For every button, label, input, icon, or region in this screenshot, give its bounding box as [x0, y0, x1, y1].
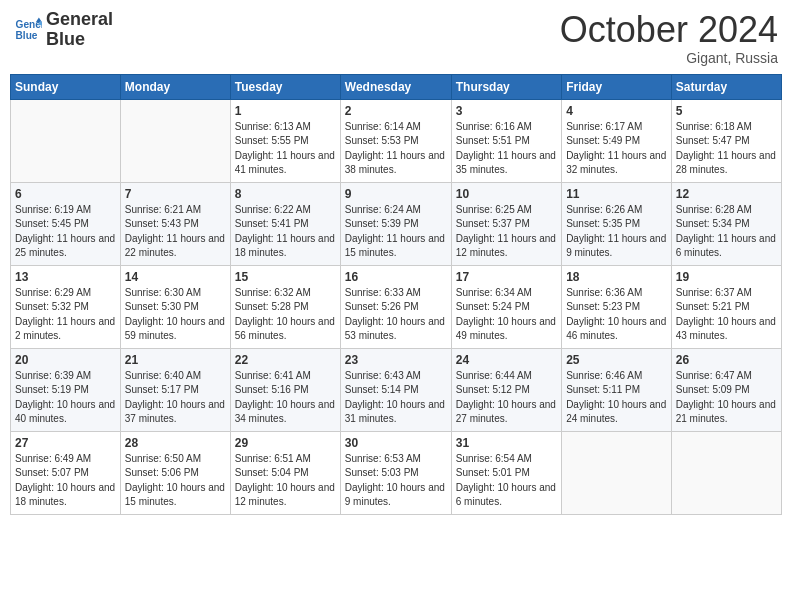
day-number: 20: [15, 353, 116, 367]
day-info: Sunrise: 6:50 AM Sunset: 5:06 PM Dayligh…: [125, 452, 226, 510]
day-number: 7: [125, 187, 226, 201]
calendar-cell: 2Sunrise: 6:14 AM Sunset: 5:53 PM Daylig…: [340, 99, 451, 182]
header-friday: Friday: [562, 74, 672, 99]
calendar-week-row: 13Sunrise: 6:29 AM Sunset: 5:32 PM Dayli…: [11, 265, 782, 348]
day-info: Sunrise: 6:19 AM Sunset: 5:45 PM Dayligh…: [15, 203, 116, 261]
calendar-cell: 28Sunrise: 6:50 AM Sunset: 5:06 PM Dayli…: [120, 431, 230, 514]
location: Gigant, Russia: [560, 50, 778, 66]
day-info: Sunrise: 6:43 AM Sunset: 5:14 PM Dayligh…: [345, 369, 447, 427]
day-number: 4: [566, 104, 667, 118]
day-info: Sunrise: 6:22 AM Sunset: 5:41 PM Dayligh…: [235, 203, 336, 261]
day-number: 16: [345, 270, 447, 284]
day-number: 17: [456, 270, 557, 284]
day-number: 28: [125, 436, 226, 450]
day-info: Sunrise: 6:36 AM Sunset: 5:23 PM Dayligh…: [566, 286, 667, 344]
calendar-cell: 20Sunrise: 6:39 AM Sunset: 5:19 PM Dayli…: [11, 348, 121, 431]
calendar-cell: 3Sunrise: 6:16 AM Sunset: 5:51 PM Daylig…: [451, 99, 561, 182]
calendar-header-row: SundayMondayTuesdayWednesdayThursdayFrid…: [11, 74, 782, 99]
day-info: Sunrise: 6:44 AM Sunset: 5:12 PM Dayligh…: [456, 369, 557, 427]
calendar-week-row: 6Sunrise: 6:19 AM Sunset: 5:45 PM Daylig…: [11, 182, 782, 265]
day-number: 30: [345, 436, 447, 450]
calendar-cell: [671, 431, 781, 514]
logo: General Blue General Blue: [14, 10, 113, 50]
day-number: 10: [456, 187, 557, 201]
day-number: 1: [235, 104, 336, 118]
calendar-cell: 31Sunrise: 6:54 AM Sunset: 5:01 PM Dayli…: [451, 431, 561, 514]
day-info: Sunrise: 6:40 AM Sunset: 5:17 PM Dayligh…: [125, 369, 226, 427]
day-info: Sunrise: 6:37 AM Sunset: 5:21 PM Dayligh…: [676, 286, 777, 344]
calendar-cell: 30Sunrise: 6:53 AM Sunset: 5:03 PM Dayli…: [340, 431, 451, 514]
calendar-cell: 18Sunrise: 6:36 AM Sunset: 5:23 PM Dayli…: [562, 265, 672, 348]
day-info: Sunrise: 6:18 AM Sunset: 5:47 PM Dayligh…: [676, 120, 777, 178]
calendar-cell: 13Sunrise: 6:29 AM Sunset: 5:32 PM Dayli…: [11, 265, 121, 348]
calendar-cell: 6Sunrise: 6:19 AM Sunset: 5:45 PM Daylig…: [11, 182, 121, 265]
day-info: Sunrise: 6:21 AM Sunset: 5:43 PM Dayligh…: [125, 203, 226, 261]
day-info: Sunrise: 6:26 AM Sunset: 5:35 PM Dayligh…: [566, 203, 667, 261]
calendar-cell: [562, 431, 672, 514]
calendar-cell: 8Sunrise: 6:22 AM Sunset: 5:41 PM Daylig…: [230, 182, 340, 265]
calendar-table: SundayMondayTuesdayWednesdayThursdayFrid…: [10, 74, 782, 515]
day-number: 15: [235, 270, 336, 284]
calendar-cell: 17Sunrise: 6:34 AM Sunset: 5:24 PM Dayli…: [451, 265, 561, 348]
day-number: 2: [345, 104, 447, 118]
day-info: Sunrise: 6:33 AM Sunset: 5:26 PM Dayligh…: [345, 286, 447, 344]
calendar-cell: 4Sunrise: 6:17 AM Sunset: 5:49 PM Daylig…: [562, 99, 672, 182]
day-number: 11: [566, 187, 667, 201]
day-info: Sunrise: 6:51 AM Sunset: 5:04 PM Dayligh…: [235, 452, 336, 510]
calendar-cell: 22Sunrise: 6:41 AM Sunset: 5:16 PM Dayli…: [230, 348, 340, 431]
day-info: Sunrise: 6:29 AM Sunset: 5:32 PM Dayligh…: [15, 286, 116, 344]
header-sunday: Sunday: [11, 74, 121, 99]
calendar-cell: 7Sunrise: 6:21 AM Sunset: 5:43 PM Daylig…: [120, 182, 230, 265]
title-block: October 2024 Gigant, Russia: [560, 10, 778, 66]
day-number: 29: [235, 436, 336, 450]
day-info: Sunrise: 6:49 AM Sunset: 5:07 PM Dayligh…: [15, 452, 116, 510]
day-number: 22: [235, 353, 336, 367]
page-header: General Blue General Blue October 2024 G…: [10, 10, 782, 66]
logo-icon: General Blue: [14, 16, 42, 44]
day-number: 21: [125, 353, 226, 367]
header-thursday: Thursday: [451, 74, 561, 99]
day-info: Sunrise: 6:46 AM Sunset: 5:11 PM Dayligh…: [566, 369, 667, 427]
day-info: Sunrise: 6:34 AM Sunset: 5:24 PM Dayligh…: [456, 286, 557, 344]
day-info: Sunrise: 6:30 AM Sunset: 5:30 PM Dayligh…: [125, 286, 226, 344]
day-number: 25: [566, 353, 667, 367]
calendar-cell: [120, 99, 230, 182]
day-info: Sunrise: 6:47 AM Sunset: 5:09 PM Dayligh…: [676, 369, 777, 427]
day-number: 9: [345, 187, 447, 201]
calendar-cell: 23Sunrise: 6:43 AM Sunset: 5:14 PM Dayli…: [340, 348, 451, 431]
calendar-week-row: 1Sunrise: 6:13 AM Sunset: 5:55 PM Daylig…: [11, 99, 782, 182]
day-number: 31: [456, 436, 557, 450]
calendar-cell: 12Sunrise: 6:28 AM Sunset: 5:34 PM Dayli…: [671, 182, 781, 265]
day-number: 3: [456, 104, 557, 118]
day-info: Sunrise: 6:24 AM Sunset: 5:39 PM Dayligh…: [345, 203, 447, 261]
day-number: 24: [456, 353, 557, 367]
calendar-cell: 5Sunrise: 6:18 AM Sunset: 5:47 PM Daylig…: [671, 99, 781, 182]
day-info: Sunrise: 6:53 AM Sunset: 5:03 PM Dayligh…: [345, 452, 447, 510]
day-number: 5: [676, 104, 777, 118]
day-info: Sunrise: 6:25 AM Sunset: 5:37 PM Dayligh…: [456, 203, 557, 261]
header-tuesday: Tuesday: [230, 74, 340, 99]
day-number: 27: [15, 436, 116, 450]
day-number: 18: [566, 270, 667, 284]
calendar-cell: 1Sunrise: 6:13 AM Sunset: 5:55 PM Daylig…: [230, 99, 340, 182]
calendar-cell: [11, 99, 121, 182]
header-wednesday: Wednesday: [340, 74, 451, 99]
calendar-cell: 19Sunrise: 6:37 AM Sunset: 5:21 PM Dayli…: [671, 265, 781, 348]
logo-text: General Blue: [46, 10, 113, 50]
day-number: 26: [676, 353, 777, 367]
day-number: 8: [235, 187, 336, 201]
day-info: Sunrise: 6:17 AM Sunset: 5:49 PM Dayligh…: [566, 120, 667, 178]
calendar-cell: 10Sunrise: 6:25 AM Sunset: 5:37 PM Dayli…: [451, 182, 561, 265]
calendar-cell: 29Sunrise: 6:51 AM Sunset: 5:04 PM Dayli…: [230, 431, 340, 514]
svg-text:Blue: Blue: [16, 30, 38, 41]
calendar-cell: 11Sunrise: 6:26 AM Sunset: 5:35 PM Dayli…: [562, 182, 672, 265]
day-number: 23: [345, 353, 447, 367]
month-title: October 2024: [560, 10, 778, 50]
day-number: 6: [15, 187, 116, 201]
calendar-cell: 21Sunrise: 6:40 AM Sunset: 5:17 PM Dayli…: [120, 348, 230, 431]
calendar-cell: 27Sunrise: 6:49 AM Sunset: 5:07 PM Dayli…: [11, 431, 121, 514]
calendar-cell: 14Sunrise: 6:30 AM Sunset: 5:30 PM Dayli…: [120, 265, 230, 348]
calendar-week-row: 27Sunrise: 6:49 AM Sunset: 5:07 PM Dayli…: [11, 431, 782, 514]
day-number: 19: [676, 270, 777, 284]
header-saturday: Saturday: [671, 74, 781, 99]
